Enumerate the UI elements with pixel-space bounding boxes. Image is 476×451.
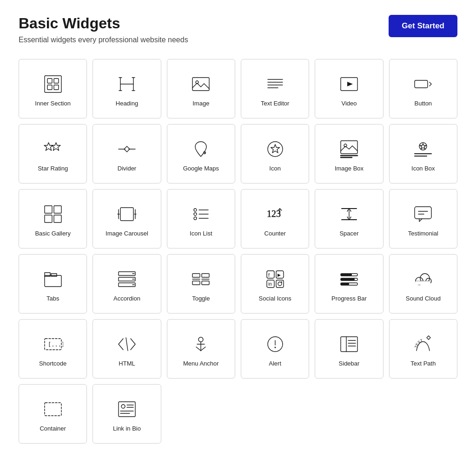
svg-rect-3 xyxy=(47,85,52,90)
spacer-icon xyxy=(338,203,360,225)
svg-point-107 xyxy=(274,346,276,348)
menu-anchor-label: Menu Anchor xyxy=(183,360,219,368)
widget-card-tabs[interactable]: Tabs xyxy=(19,254,87,314)
page-subtitle: Essential widgets every professional web… xyxy=(19,36,188,44)
widget-card-toggle[interactable]: Toggle xyxy=(167,254,235,314)
widget-card-progress-bar[interactable]: Progress Bar xyxy=(315,254,383,314)
widget-card-inner-section[interactable]: Inner Section xyxy=(19,59,87,118)
heading-label: Heading xyxy=(116,100,138,108)
icon-list-label: Icon List xyxy=(190,230,212,238)
social-icons-label: Social Icons xyxy=(259,295,291,303)
svg-rect-1 xyxy=(47,78,52,83)
svg-point-29 xyxy=(268,142,283,157)
social-icons-icon: f▶in xyxy=(264,268,286,290)
image-carousel-icon xyxy=(116,203,138,225)
widget-card-shortcode[interactable]: [...]Shortcode xyxy=(19,319,87,379)
svg-rect-91 xyxy=(341,283,349,285)
svg-rect-62 xyxy=(45,275,61,287)
svg-rect-2 xyxy=(54,78,59,83)
google-maps-icon: P xyxy=(190,138,212,160)
widget-card-accordion[interactable]: Accordion xyxy=(93,254,161,314)
widget-card-alert[interactable]: Alert xyxy=(241,319,309,379)
sidebar-label: Sidebar xyxy=(339,360,360,368)
svg-rect-40 xyxy=(54,206,61,213)
widget-card-heading[interactable]: Heading xyxy=(93,59,161,118)
svg-marker-114 xyxy=(427,336,430,340)
star-rating-icon xyxy=(42,138,64,160)
svg-rect-4 xyxy=(54,85,59,90)
basic-gallery-icon xyxy=(42,203,64,225)
svg-point-100 xyxy=(198,337,203,342)
text-editor-label: Text Editor xyxy=(261,100,289,108)
image-box-label: Image Box xyxy=(335,165,364,173)
shortcode-icon: [...] xyxy=(42,333,64,355)
svg-marker-21 xyxy=(44,143,53,150)
menu-anchor-icon xyxy=(190,333,212,355)
widget-card-text-path[interactable]: TEXTText Path xyxy=(389,319,457,379)
icon-icon xyxy=(264,138,286,160)
svg-marker-36 xyxy=(420,144,426,149)
widget-card-container[interactable]: Container xyxy=(19,384,87,444)
svg-point-85 xyxy=(281,281,282,282)
icon-label: Icon xyxy=(269,165,281,173)
widget-card-menu-anchor[interactable]: Menu Anchor xyxy=(167,319,235,379)
svg-text:[...]: [...] xyxy=(48,341,63,348)
text-editor-icon xyxy=(264,73,286,95)
svg-rect-108 xyxy=(341,337,357,352)
svg-rect-64 xyxy=(51,274,57,276)
svg-rect-59 xyxy=(415,207,431,219)
widget-card-testimonial[interactable]: Testimonial xyxy=(389,189,457,248)
toggle-icon xyxy=(190,268,212,290)
html-icon xyxy=(116,333,138,355)
widget-card-basic-gallery[interactable]: Basic Gallery xyxy=(19,189,87,248)
tabs-label: Tabs xyxy=(46,295,59,303)
widget-card-icon-list[interactable]: Icon List xyxy=(167,189,235,248)
toggle-label: Toggle xyxy=(192,295,210,303)
tabs-icon xyxy=(42,268,64,290)
progress-bar-label: Progress Bar xyxy=(331,295,367,303)
get-started-button[interactable]: Get Started xyxy=(389,15,457,37)
widget-card-video[interactable]: Video xyxy=(315,59,383,118)
widget-card-icon[interactable]: Icon xyxy=(241,124,309,183)
widget-card-link-in-bio[interactable]: Link in Bio xyxy=(93,384,161,444)
icon-box-icon xyxy=(412,138,434,160)
svg-rect-71 xyxy=(192,274,200,277)
widget-card-star-rating[interactable]: Star Rating xyxy=(19,124,87,183)
widget-card-divider[interactable]: Divider xyxy=(93,124,161,183)
widget-card-html[interactable]: HTML xyxy=(93,319,161,379)
svg-point-117 xyxy=(121,405,125,408)
heading-icon xyxy=(116,73,138,95)
svg-point-52 xyxy=(194,217,197,220)
button-label: Button xyxy=(415,100,432,108)
widget-card-spacer[interactable]: Spacer xyxy=(315,189,383,248)
testimonial-label: Testimonial xyxy=(408,230,438,238)
page-header: Basic Widgets Essential widgets every pr… xyxy=(19,15,457,44)
alert-icon xyxy=(264,333,286,355)
widget-card-icon-box[interactable]: Icon Box xyxy=(389,124,457,183)
svg-marker-19 xyxy=(347,82,353,86)
svg-rect-76 xyxy=(202,281,209,285)
accordion-icon xyxy=(116,268,138,290)
container-icon xyxy=(42,398,64,420)
progress-bar-icon xyxy=(338,268,360,290)
svg-rect-89 xyxy=(341,278,355,281)
widget-card-image-box[interactable]: Image Box xyxy=(315,124,383,183)
html-label: HTML xyxy=(119,360,135,368)
widget-card-text-editor[interactable]: Text Editor xyxy=(241,59,309,118)
svg-text:P: P xyxy=(204,152,205,155)
sidebar-icon xyxy=(338,333,360,355)
svg-line-103 xyxy=(201,347,205,351)
widget-card-sound-cloud[interactable]: Sound Cloud xyxy=(389,254,457,314)
basic-gallery-label: Basic Gallery xyxy=(35,230,71,238)
svg-rect-41 xyxy=(45,215,52,222)
link-in-bio-icon xyxy=(116,398,138,420)
widget-card-sidebar[interactable]: Sidebar xyxy=(315,319,383,379)
widget-card-google-maps[interactable]: PGoogle Maps xyxy=(167,124,235,183)
widget-card-social-icons[interactable]: f▶inSocial Icons xyxy=(241,254,309,314)
widget-card-image-carousel[interactable]: Image Carousel xyxy=(93,189,161,248)
svg-rect-43 xyxy=(120,208,133,221)
svg-rect-12 xyxy=(192,78,209,91)
widget-card-counter[interactable]: 123Counter xyxy=(241,189,309,248)
widget-card-button[interactable]: Button xyxy=(389,59,457,118)
widget-card-image[interactable]: Image xyxy=(167,59,235,118)
